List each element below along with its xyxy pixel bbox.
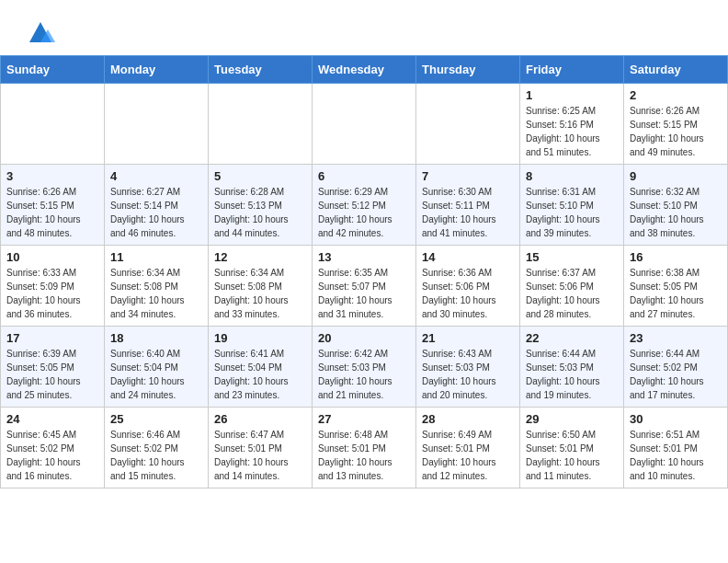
day-number: 7 [422,169,514,183]
day-number: 26 [214,412,306,426]
calendar-cell [313,84,416,165]
calendar-week-2: 3Sunrise: 6:26 AMSunset: 5:15 PMDaylight… [1,165,728,246]
calendar-cell: 13Sunrise: 6:35 AMSunset: 5:07 PMDayligh… [313,246,416,327]
day-info: Sunrise: 6:48 AMSunset: 5:01 PMDaylight:… [318,428,410,483]
day-number: 9 [630,169,722,183]
calendar-cell: 30Sunrise: 6:51 AMSunset: 5:01 PMDayligh… [624,408,728,488]
calendar-cell: 6Sunrise: 6:29 AMSunset: 5:12 PMDaylight… [313,165,416,246]
calendar-cell: 27Sunrise: 6:48 AMSunset: 5:01 PMDayligh… [313,408,416,488]
day-number: 21 [422,331,514,345]
calendar-cell [1,84,105,165]
weekday-header-saturday: Saturday [624,56,728,84]
day-number: 13 [318,250,410,264]
day-info: Sunrise: 6:34 AMSunset: 5:08 PMDaylight:… [110,266,202,321]
day-number: 27 [318,412,410,426]
day-info: Sunrise: 6:30 AMSunset: 5:11 PMDaylight:… [422,185,514,240]
day-number: 28 [422,412,514,426]
calendar-cell: 14Sunrise: 6:36 AMSunset: 5:06 PMDayligh… [416,246,520,327]
calendar-cell: 2Sunrise: 6:26 AMSunset: 5:15 PMDaylight… [624,84,728,165]
logo-icon [26,17,55,46]
day-number: 14 [422,250,514,264]
day-number: 29 [526,412,618,426]
day-info: Sunrise: 6:39 AMSunset: 5:05 PMDaylight:… [6,347,98,402]
calendar-week-3: 10Sunrise: 6:33 AMSunset: 5:09 PMDayligh… [1,246,728,327]
weekday-header-sunday: Sunday [1,56,105,84]
day-info: Sunrise: 6:51 AMSunset: 5:01 PMDaylight:… [630,428,722,483]
day-number: 23 [630,331,722,345]
calendar-cell: 11Sunrise: 6:34 AMSunset: 5:08 PMDayligh… [105,246,209,327]
calendar-cell: 26Sunrise: 6:47 AMSunset: 5:01 PMDayligh… [209,408,313,488]
day-number: 3 [6,169,98,183]
calendar-cell: 5Sunrise: 6:28 AMSunset: 5:13 PMDaylight… [209,165,313,246]
day-number: 12 [214,250,306,264]
day-number: 20 [318,331,410,345]
calendar-cell [105,84,209,165]
day-number: 19 [214,331,306,345]
day-info: Sunrise: 6:43 AMSunset: 5:03 PMDaylight:… [422,347,514,402]
weekday-header-row: SundayMondayTuesdayWednesdayThursdayFrid… [1,56,728,84]
calendar-cell [209,84,313,165]
weekday-header-monday: Monday [105,56,209,84]
day-number: 17 [6,331,98,345]
day-number: 6 [318,169,410,183]
calendar-cell: 15Sunrise: 6:37 AMSunset: 5:06 PMDayligh… [520,246,624,327]
day-info: Sunrise: 6:35 AMSunset: 5:07 PMDaylight:… [318,266,410,321]
day-info: Sunrise: 6:38 AMSunset: 5:05 PMDaylight:… [630,266,722,321]
day-number: 24 [6,412,98,426]
weekday-header-thursday: Thursday [416,56,520,84]
day-info: Sunrise: 6:50 AMSunset: 5:01 PMDaylight:… [526,428,618,483]
calendar-cell: 28Sunrise: 6:49 AMSunset: 5:01 PMDayligh… [416,408,520,488]
calendar-cell: 25Sunrise: 6:46 AMSunset: 5:02 PMDayligh… [105,408,209,488]
calendar-week-1: 1Sunrise: 6:25 AMSunset: 5:16 PMDaylight… [1,84,728,165]
calendar-cell: 23Sunrise: 6:44 AMSunset: 5:02 PMDayligh… [624,327,728,408]
calendar-cell: 17Sunrise: 6:39 AMSunset: 5:05 PMDayligh… [1,327,105,408]
day-number: 15 [526,250,618,264]
day-info: Sunrise: 6:41 AMSunset: 5:04 PMDaylight:… [214,347,306,402]
calendar-cell: 18Sunrise: 6:40 AMSunset: 5:04 PMDayligh… [105,327,209,408]
day-info: Sunrise: 6:27 AMSunset: 5:14 PMDaylight:… [110,185,202,240]
day-info: Sunrise: 6:32 AMSunset: 5:10 PMDaylight:… [630,185,722,240]
day-info: Sunrise: 6:46 AMSunset: 5:02 PMDaylight:… [110,428,202,483]
day-number: 18 [110,331,202,345]
calendar-week-5: 24Sunrise: 6:45 AMSunset: 5:02 PMDayligh… [1,408,728,488]
day-number: 30 [630,412,722,426]
day-info: Sunrise: 6:47 AMSunset: 5:01 PMDaylight:… [214,428,306,483]
day-info: Sunrise: 6:44 AMSunset: 5:02 PMDaylight:… [630,347,722,402]
day-number: 16 [630,250,722,264]
logo [22,17,55,46]
calendar-cell: 20Sunrise: 6:42 AMSunset: 5:03 PMDayligh… [313,327,416,408]
day-info: Sunrise: 6:31 AMSunset: 5:10 PMDaylight:… [526,185,618,240]
weekday-header-wednesday: Wednesday [313,56,416,84]
calendar-cell: 24Sunrise: 6:45 AMSunset: 5:02 PMDayligh… [1,408,105,488]
calendar-cell: 22Sunrise: 6:44 AMSunset: 5:03 PMDayligh… [520,327,624,408]
day-info: Sunrise: 6:37 AMSunset: 5:06 PMDaylight:… [526,266,618,321]
day-info: Sunrise: 6:25 AMSunset: 5:16 PMDaylight:… [526,104,618,159]
calendar-cell: 1Sunrise: 6:25 AMSunset: 5:16 PMDaylight… [520,84,624,165]
calendar-cell: 9Sunrise: 6:32 AMSunset: 5:10 PMDaylight… [624,165,728,246]
calendar-table: SundayMondayTuesdayWednesdayThursdayFrid… [0,55,728,488]
calendar-cell: 29Sunrise: 6:50 AMSunset: 5:01 PMDayligh… [520,408,624,488]
calendar-week-4: 17Sunrise: 6:39 AMSunset: 5:05 PMDayligh… [1,327,728,408]
day-number: 2 [630,88,722,102]
calendar-cell: 10Sunrise: 6:33 AMSunset: 5:09 PMDayligh… [1,246,105,327]
day-number: 1 [526,88,618,102]
day-number: 4 [110,169,202,183]
weekday-header-friday: Friday [520,56,624,84]
day-info: Sunrise: 6:44 AMSunset: 5:03 PMDaylight:… [526,347,618,402]
calendar-cell: 7Sunrise: 6:30 AMSunset: 5:11 PMDaylight… [416,165,520,246]
page-header [0,0,728,55]
calendar-cell: 8Sunrise: 6:31 AMSunset: 5:10 PMDaylight… [520,165,624,246]
day-info: Sunrise: 6:26 AMSunset: 5:15 PMDaylight:… [6,185,98,240]
day-info: Sunrise: 6:36 AMSunset: 5:06 PMDaylight:… [422,266,514,321]
day-info: Sunrise: 6:42 AMSunset: 5:03 PMDaylight:… [318,347,410,402]
day-info: Sunrise: 6:40 AMSunset: 5:04 PMDaylight:… [110,347,202,402]
calendar-cell: 3Sunrise: 6:26 AMSunset: 5:15 PMDaylight… [1,165,105,246]
day-info: Sunrise: 6:33 AMSunset: 5:09 PMDaylight:… [6,266,98,321]
day-number: 10 [6,250,98,264]
calendar-cell: 16Sunrise: 6:38 AMSunset: 5:05 PMDayligh… [624,246,728,327]
day-number: 22 [526,331,618,345]
weekday-header-tuesday: Tuesday [209,56,313,84]
calendar-cell: 4Sunrise: 6:27 AMSunset: 5:14 PMDaylight… [105,165,209,246]
day-number: 11 [110,250,202,264]
day-info: Sunrise: 6:49 AMSunset: 5:01 PMDaylight:… [422,428,514,483]
